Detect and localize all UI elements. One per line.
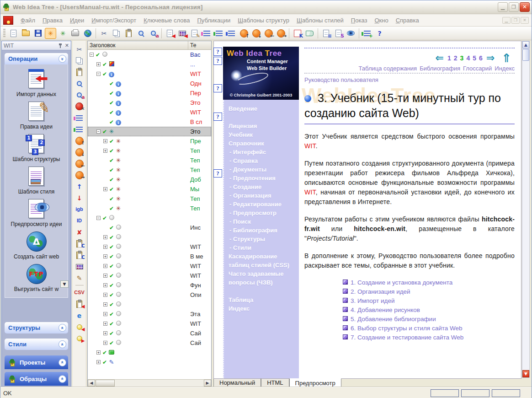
menu-item-идеи[interactable]: Идеи: [66, 16, 88, 25]
find-replace-button[interactable]: a: [74, 89, 85, 101]
expander-icon[interactable]: +: [103, 283, 107, 287]
find-replace-button[interactable]: a: [148, 28, 159, 39]
keywords-button[interactable]: K: [292, 28, 303, 39]
samples-group-header[interactable]: Образцы «: [5, 372, 68, 386]
scroll-right-icon[interactable]: ▶: [204, 380, 211, 387]
nav-link[interactable]: - Предпочтения: [229, 174, 296, 183]
find-button[interactable]: [135, 28, 147, 39]
toc-link[interactable]: 7. Создание и тестирование сайта Web: [343, 333, 515, 342]
panel-close-icon[interactable]: ✕: [65, 43, 69, 48]
pager-number[interactable]: 5: [473, 54, 476, 62]
import-browser-button[interactable]: e: [74, 310, 85, 321]
pager-number[interactable]: 2: [454, 54, 458, 62]
tree-horizontal-scrollbar[interactable]: ◀ ▶: [88, 379, 211, 387]
toc-link[interactable]: 1. Создание и установка документа: [343, 278, 515, 287]
menu-item-файл[interactable]: Файл: [17, 16, 39, 25]
tree-row[interactable]: −✔Руководство пользоват...Вас: [88, 50, 211, 59]
nav-link[interactable]: Таблица: [229, 296, 296, 304]
help-button[interactable]: ?: [374, 28, 385, 39]
nav-link[interactable]: - Создание: [229, 183, 296, 191]
expander-icon[interactable]: +: [103, 235, 107, 239]
scroll-down-icon[interactable]: ▼: [522, 370, 529, 377]
operations-button[interactable]: ✳: [45, 28, 56, 39]
keyword-igb-button[interactable]: igb: [74, 204, 85, 215]
expander-icon[interactable]: +: [103, 331, 107, 335]
tree-row[interactable]: +✔Управление докумен...В ме: [88, 252, 211, 261]
expander-icon[interactable]: +: [103, 139, 107, 143]
expander-icon[interactable]: +: [103, 149, 107, 153]
tab-предпросмотр[interactable]: Предпросмотр: [289, 378, 341, 387]
toc-link[interactable]: 5. Добавление библиографии: [343, 315, 515, 324]
nav-link[interactable]: - Документы: [229, 165, 296, 174]
nav-link[interactable]: - Справка: [229, 156, 296, 165]
nav-link[interactable]: Справочник: [229, 139, 296, 148]
sort-descending-button[interactable]: ↓: [74, 192, 85, 204]
scroll-left-icon[interactable]: ◀: [88, 380, 95, 387]
previous-page-icon[interactable]: ⇐: [436, 52, 444, 64]
expander-icon[interactable]: +: [103, 274, 107, 278]
tree-row[interactable]: +✔✎Глоссарий: [88, 357, 211, 367]
delete-idea-button[interactable]: ✕: [74, 101, 85, 112]
help-button[interactable]: ?: [213, 57, 222, 65]
cut-button[interactable]: ✂: [74, 43, 85, 55]
paste-button[interactable]: [123, 28, 134, 39]
expander-icon[interactable]: +: [103, 341, 107, 345]
dropdown-button[interactable]: ▼: [60, 280, 69, 288]
expander-icon[interactable]: −: [96, 129, 101, 134]
nav-link[interactable]: - Поиск: [229, 217, 296, 226]
tree-row[interactable]: +✔Редактирование соде...Опи: [88, 290, 211, 300]
tree-row[interactable]: +✔Управление ссылками..WIT: [88, 319, 211, 328]
close-button[interactable]: ✕: [520, 2, 530, 12]
top-link[interactable]: Библиография: [420, 65, 460, 72]
tree-row[interactable]: ✔iОговорка по гаранти...Это: [88, 98, 211, 108]
page-up-icon[interactable]: ⇑: [501, 51, 511, 65]
expander-icon[interactable]: +: [103, 293, 107, 297]
tree-row[interactable]: +✔Введение...: [88, 59, 211, 69]
tree-row[interactable]: ✔iПерсональная лиценз...Пер: [88, 88, 211, 98]
toc-link[interactable]: 4. Добавление рисунков: [343, 306, 515, 315]
chevron-down-icon[interactable]: »: [59, 55, 66, 63]
operations-extra-button[interactable]: ✳: [57, 28, 69, 39]
edit-content-button[interactable]: ✎: [74, 272, 85, 284]
delete-keyword-button[interactable]: ✘: [74, 226, 85, 238]
list-template-1-button[interactable]: [201, 28, 213, 39]
nav-link[interactable]: - Структуры: [229, 235, 296, 243]
tree-row[interactable]: +✔ПредпочтенияWIT: [88, 261, 211, 271]
operations-group-header[interactable]: Операции »: [5, 53, 68, 65]
import-clipboard-button[interactable]: ◀: [74, 298, 85, 310]
pager-number[interactable]: 4: [466, 54, 470, 62]
sort-ascending-button[interactable]: ↑: [74, 181, 85, 192]
menu-item-показ[interactable]: Показ: [347, 16, 371, 25]
tree-row[interactable]: +✔Организация идейФун: [88, 280, 211, 290]
copy-content-button[interactable]: C: [74, 238, 85, 249]
tree-row[interactable]: ✔iРегистрированная ве...Одн: [88, 79, 211, 88]
expander-icon[interactable]: +: [96, 360, 101, 364]
top-link[interactable]: Глоссарий: [463, 65, 492, 72]
expander-icon[interactable]: +: [103, 245, 107, 249]
tree-row[interactable]: +✔Приложения: [88, 348, 211, 357]
nav-link[interactable]: - Редактирование: [229, 200, 296, 209]
keyword-id-button[interactable]: ID: [74, 215, 85, 226]
preview-vertical-scrollbar[interactable]: ▲ ▼: [522, 41, 530, 378]
expander-icon[interactable]: −: [96, 72, 101, 76]
nav-link[interactable]: Индекс: [229, 304, 296, 313]
nav-link[interactable]: - Интерфейс: [229, 148, 296, 156]
styles-group-header[interactable]: Стили «: [5, 339, 68, 350]
pager-number[interactable]: 1: [447, 54, 451, 62]
operation-edit-idea[interactable]: ✎Правка идеи: [5, 101, 68, 130]
pin-icon[interactable]: [58, 43, 63, 48]
resize-grip[interactable]: [523, 390, 529, 396]
style-template-button[interactable]: S: [333, 28, 344, 39]
import-idea-button[interactable]: ◀: [74, 321, 85, 333]
menu-item-импорт-экспорт[interactable]: Импорт/Экспорт: [88, 16, 140, 25]
toolbar-grip[interactable]: [3, 29, 5, 38]
toc-link[interactable]: 3. Импорт идей: [343, 296, 515, 306]
nav-link[interactable]: Часто задаваемые вопросы (ЧЗВ): [229, 269, 296, 287]
menu-item-шаблоны-стилей[interactable]: Шаблоны стилей: [293, 16, 347, 25]
nav-link[interactable]: - Предпросмотр: [229, 209, 296, 217]
find-button[interactable]: [74, 78, 85, 89]
tab-html[interactable]: HTML: [261, 379, 289, 387]
import-data-button[interactable]: ◀: [164, 28, 176, 39]
tree-row[interactable]: ✔iОценка и регистрацияWIT: [88, 108, 211, 117]
nav-link[interactable]: Каскадирование таблиц стилей (CSS): [229, 252, 296, 269]
